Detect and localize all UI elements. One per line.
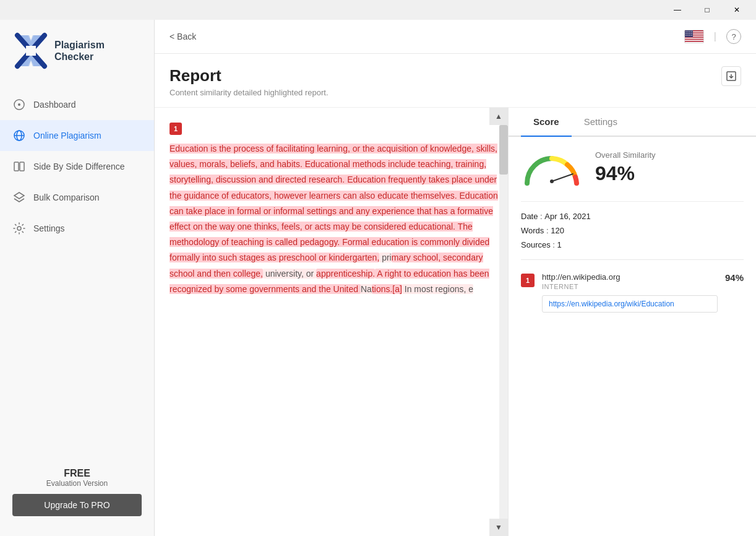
highlighted-text-2: pri: [379, 253, 391, 262]
main-content: < Back: [155, 20, 756, 536]
gear-icon: [12, 222, 26, 235]
gauge-container: [521, 149, 583, 186]
upgrade-button[interactable]: Upgrade To PRO: [12, 494, 142, 516]
source-divider: [521, 259, 744, 260]
top-bar: < Back: [155, 20, 756, 54]
source-link-box-1[interactable]: https://en.wikipedia.org/wiki/Education: [542, 295, 718, 313]
highlighted-text-1: Education is the process of facilitating…: [170, 144, 498, 262]
sidebar-item-settings[interactable]: Settings: [0, 213, 154, 244]
tab-settings[interactable]: Settings: [572, 108, 630, 137]
language-flag[interactable]: [684, 30, 704, 43]
logo-text: Plagiarism Checker: [54, 39, 105, 63]
source-url-1: http://en.wikipedia.org: [542, 272, 718, 282]
logo-area: Plagiarism Checker: [0, 20, 154, 84]
svg-point-30: [685, 35, 686, 35]
svg-point-28: [689, 33, 690, 33]
report-header: Report Content similarity detailed highl…: [155, 54, 756, 108]
report-subtitle: Content similarity detailed highlighted …: [170, 88, 329, 97]
svg-point-24: [689, 31, 690, 32]
svg-point-29: [691, 33, 692, 33]
globe-icon: [12, 129, 26, 142]
scroll-down-arrow[interactable]: ▼: [489, 519, 508, 536]
back-link[interactable]: < Back: [170, 32, 196, 41]
meta-date: Date : Apr 16, 2021: [521, 212, 744, 221]
sidebar-item-online-plagiarism[interactable]: Online Plagiarism: [0, 120, 154, 151]
layers-icon: [12, 191, 26, 204]
similarity-label: Overall Similarity: [595, 150, 744, 160]
sidebar-item-dashboard-label: Dashboard: [33, 100, 76, 110]
scroll-track: [499, 125, 508, 519]
gauge-svg: [521, 149, 583, 186]
score-content: Overall Similarity 94% Date : Apr 16, 20…: [509, 137, 756, 536]
tab-score[interactable]: Score: [521, 108, 572, 137]
title-bar: — □ ✕: [0, 0, 756, 20]
svg-point-32: [689, 35, 690, 35]
highlighted-text-5: apprenticeship.: [316, 269, 375, 279]
sidebar-item-side-by-side-label: Side By Side Difference: [33, 162, 125, 171]
svg-point-31: [687, 35, 688, 35]
eval-label: Evaluation Version: [12, 479, 142, 488]
svg-rect-11: [20, 162, 24, 171]
meta-words: Words : 120: [521, 226, 744, 235]
highlighted-text-9: In most regions, e: [402, 284, 473, 294]
svg-line-36: [552, 174, 573, 181]
svg-rect-10: [14, 162, 19, 171]
similarity-value: 94%: [595, 162, 744, 185]
svg-marker-12: [14, 192, 24, 199]
source-number-badge: 1: [170, 123, 182, 135]
svg-point-6: [18, 103, 20, 106]
dashboard-icon: [12, 98, 26, 111]
report-title: Report: [170, 66, 329, 85]
text-panel: ▲ 1 Education is the process of facilita…: [155, 108, 509, 536]
sidebar-item-settings-label: Settings: [33, 223, 65, 233]
maximize-button[interactable]: □: [693, 1, 721, 19]
help-button[interactable]: ?: [726, 29, 741, 44]
source-item-1: 1 http://en.wikipedia.org INTERNET https…: [521, 265, 744, 320]
right-panel: Score Settings: [509, 108, 756, 536]
svg-point-27: [687, 33, 688, 33]
scroll-up-arrow[interactable]: ▲: [489, 108, 508, 125]
free-label: FREE: [12, 468, 142, 479]
source-badge-1: 1: [521, 274, 535, 287]
tab-bar: Score Settings: [509, 108, 756, 137]
svg-rect-18: [685, 38, 704, 39]
columns-icon: [12, 160, 26, 173]
svg-point-37: [550, 179, 554, 183]
highlighted-text-8: tions.[a]: [372, 284, 402, 294]
sidebar-footer: FREE Evaluation Version Upgrade To PRO: [0, 458, 154, 526]
sidebar-item-dashboard[interactable]: Dashboard: [0, 89, 154, 120]
svg-point-33: [691, 35, 692, 35]
logo-icon: [12, 32, 49, 69]
svg-point-23: [687, 31, 688, 32]
sidebar: Plagiarism Checker Dashboard: [0, 20, 155, 536]
svg-rect-20: [685, 42, 704, 43]
highlighted-text-4: university, or: [263, 269, 316, 279]
separator: |: [714, 31, 716, 42]
minimize-button[interactable]: —: [663, 1, 692, 19]
svg-point-13: [17, 227, 21, 230]
svg-rect-19: [685, 40, 704, 41]
sidebar-item-online-plagiarism-label: Online Plagiarism: [33, 131, 101, 140]
highlighted-text-7: Na: [361, 284, 372, 294]
nav-items: Dashboard Online Plagiarism: [0, 84, 154, 458]
text-scroll-area[interactable]: 1 Education is the process of facilitati…: [155, 108, 508, 536]
sidebar-item-bulk-comparison-label: Bulk Comparison: [33, 192, 100, 202]
close-button[interactable]: ✕: [723, 1, 751, 19]
gauge-area: Overall Similarity 94%: [521, 149, 744, 186]
app-container: Plagiarism Checker Dashboard: [0, 20, 756, 536]
svg-rect-4: [26, 46, 36, 56]
source-details-1: http://en.wikipedia.org INTERNET https:/…: [542, 272, 718, 313]
meta-info: Date : Apr 16, 2021 Words : 120 Sources …: [521, 201, 744, 249]
similarity-info: Overall Similarity 94%: [595, 150, 744, 185]
sidebar-item-bulk-comparison[interactable]: Bulk Comparison: [0, 182, 154, 213]
svg-point-22: [685, 31, 686, 32]
svg-point-25: [691, 31, 692, 32]
export-button[interactable]: [721, 66, 741, 86]
svg-point-26: [685, 33, 686, 33]
text-content: Education is the process of facilitating…: [170, 141, 498, 297]
sidebar-item-side-by-side[interactable]: Side By Side Difference: [0, 151, 154, 182]
scroll-thumb[interactable]: [499, 125, 508, 175]
meta-sources: Sources : 1: [521, 240, 744, 249]
top-bar-right: | ?: [684, 29, 741, 44]
source-percent-1: 94%: [725, 272, 744, 283]
